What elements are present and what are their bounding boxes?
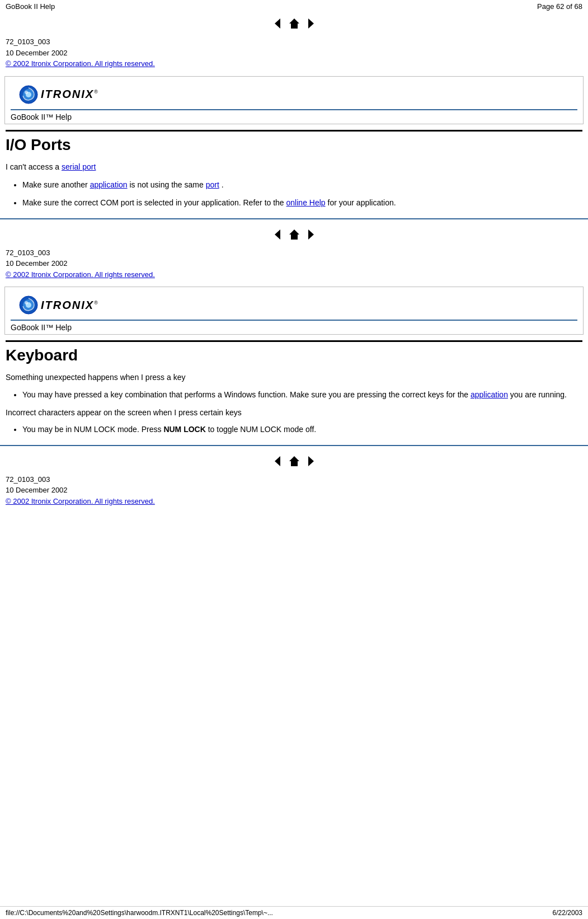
num-lock-bold: NUM LOCK <box>163 425 205 434</box>
svg-marker-1 <box>289 18 299 29</box>
section-title-io-ports: I/O Ports <box>6 132 582 157</box>
home-arrow-3[interactable] <box>288 455 300 467</box>
copyright-link-2[interactable]: © 2002 Itronix Corporation. All rights r… <box>6 270 155 279</box>
nav-arrows-top <box>0 13 588 34</box>
meta-block-1: 72_0103_003 10 December 2002 © 2002 Itro… <box>0 34 588 74</box>
logo-area-2: ITRONIX® <box>11 290 577 320</box>
io-intro-prefix: I can't access a <box>6 162 62 171</box>
io-bullet-2: Make sure the correct COM port is select… <box>22 196 582 209</box>
keyboard-subsection-1-heading: Something unexpected happens when I pres… <box>6 371 582 383</box>
serial-port-link[interactable]: serial port <box>62 162 96 171</box>
bottom-bar: file://C:\Documents%20and%20Settings\har… <box>0 906 588 919</box>
doc-date-1: 10 December 2002 <box>6 48 582 59</box>
io-bullet-1: Make sure another application is not usi… <box>22 179 582 191</box>
copyright-link-3[interactable]: © 2002 Itronix Corporation. All rights r… <box>6 497 155 505</box>
svg-point-13 <box>25 301 28 304</box>
divider-1 <box>0 218 588 219</box>
keyboard-bullets-1: You may have pressed a key combination t… <box>22 388 582 401</box>
home-arrow-2[interactable] <box>288 228 300 241</box>
next-arrow[interactable] <box>305 17 317 30</box>
gobook-label-2: GoBook II™ Help <box>11 321 72 332</box>
section-io-intro: I can't access a serial port <box>6 161 582 173</box>
meta-block-3: 72_0103_003 10 December 2002 © 2002 Itro… <box>0 472 588 512</box>
doc-id-1: 72_0103_003 <box>6 36 582 48</box>
itronix-logo-icon-2 <box>18 295 39 315</box>
top-bar: GoBook II Help Page 62 of 68 <box>0 0 588 13</box>
nav-arrows-mid <box>0 224 588 245</box>
footer-path: file://C:\Documents%20and%20Settings\har… <box>6 909 273 917</box>
svg-point-6 <box>25 91 28 94</box>
prev-arrow-2[interactable] <box>271 228 284 241</box>
application-link-2[interactable]: application <box>471 390 508 399</box>
page-info: Page 62 of 68 <box>537 2 582 11</box>
section-keyboard: Keyboard Something unexpected happens wh… <box>0 340 588 436</box>
copyright-link-1[interactable]: © 2002 Itronix Corporation. All rights r… <box>6 59 155 68</box>
keyboard-bullet-1: You may have pressed a key combination t… <box>22 388 582 401</box>
meta-block-2: 72_0103_003 10 December 2002 © 2002 Itro… <box>0 245 588 285</box>
doc-id-3: 72_0103_003 <box>6 474 582 485</box>
next-arrow-2[interactable] <box>305 228 317 241</box>
port-link-1[interactable]: port <box>206 180 219 189</box>
svg-marker-9 <box>308 229 314 240</box>
svg-marker-8 <box>289 229 299 240</box>
svg-marker-15 <box>289 456 299 466</box>
itronix-wordmark-2: ITRONIX® <box>41 299 99 312</box>
next-arrow-3[interactable] <box>305 455 317 467</box>
logo-area-1: ITRONIX® <box>11 80 577 109</box>
itronix-wordmark-1: ITRONIX® <box>41 88 99 101</box>
online-help-link[interactable]: online Help <box>286 198 326 207</box>
section-io-ports: I/O Ports I can't access a serial port M… <box>0 130 588 209</box>
footer-date: 6/22/2003 <box>553 909 582 917</box>
gobook-label-1: GoBook II™ Help <box>11 110 72 121</box>
itronix-logo-icon <box>18 85 39 105</box>
doc-id-2: 72_0103_003 <box>6 247 582 259</box>
nav-arrows-bottom <box>0 451 588 472</box>
section-title-keyboard: Keyboard <box>6 342 582 368</box>
keyboard-bullet-2: You may be in NUM LOCK mode. Press NUM L… <box>22 423 582 435</box>
svg-marker-14 <box>275 456 280 466</box>
svg-marker-2 <box>308 18 314 29</box>
svg-marker-7 <box>275 229 280 240</box>
doc-date-2: 10 December 2002 <box>6 258 582 269</box>
prev-arrow-3[interactable] <box>271 455 284 467</box>
app-title: GoBook II Help <box>6 2 55 11</box>
doc-date-3: 10 December 2002 <box>6 485 582 496</box>
prev-arrow[interactable] <box>271 17 284 30</box>
svg-marker-16 <box>308 456 314 466</box>
application-link-1[interactable]: application <box>90 180 128 189</box>
keyboard-bullets-2: You may be in NUM LOCK mode. Press NUM L… <box>22 423 582 435</box>
divider-2 <box>0 445 588 446</box>
svg-marker-0 <box>275 18 280 29</box>
home-arrow[interactable] <box>288 17 300 30</box>
keyboard-subsection-2-heading: Incorrect characters appear on the scree… <box>6 406 582 419</box>
io-bullets: Make sure another application is not usi… <box>22 179 582 209</box>
